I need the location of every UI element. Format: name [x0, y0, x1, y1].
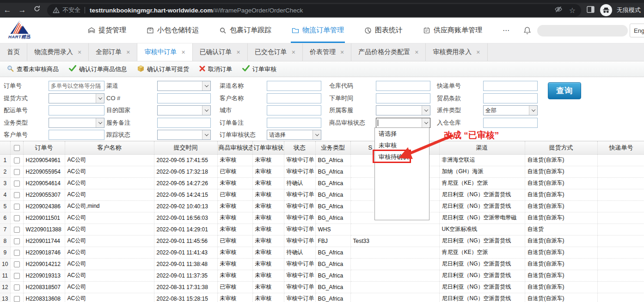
back-button[interactable]: ← — [0, 3, 15, 17]
col-header-5: 商品审核状态 — [217, 141, 252, 154]
cell-order-no: H2209054614 — [23, 177, 65, 189]
row-checkbox[interactable] — [14, 157, 20, 163]
close-icon[interactable]: × — [340, 48, 344, 56]
table-row[interactable]: 1H2209054961AC公司2022-09-05 17:41:55未审核未审… — [0, 154, 644, 166]
tab-8[interactable]: 审核费用录入× — [426, 43, 487, 61]
form-field-0-2[interactable] — [49, 105, 104, 115]
address-bar[interactable]: 不安全 testtrunkbookingmgr.hart-worldwide.c… — [47, 4, 581, 17]
table-row[interactable]: 7W2209011388AC公司2022-09-01 14:29:01未审核未审… — [0, 223, 644, 235]
close-icon[interactable]: × — [237, 48, 240, 56]
row-checkbox[interactable] — [14, 227, 20, 233]
row-checkbox[interactable] — [14, 192, 20, 198]
close-icon[interactable]: × — [476, 48, 480, 56]
col-header-3: 客户名称 — [65, 141, 154, 154]
form-select-3-3[interactable] — [376, 118, 430, 128]
form-field-0-4[interactable] — [49, 130, 104, 140]
close-icon[interactable]: × — [126, 48, 130, 56]
hart-logo[interactable]: HART精迅 — [6, 20, 33, 40]
form-field-4-0[interactable] — [483, 81, 538, 91]
row-checkbox[interactable] — [14, 273, 20, 279]
form-field-2-1[interactable] — [267, 93, 321, 103]
row-checkbox[interactable] — [14, 204, 20, 210]
tab-7[interactable]: 产品价格分类配置× — [351, 43, 426, 61]
row-checkbox[interactable] — [14, 238, 20, 244]
menu-item-bill[interactable]: 供应商账单管理 — [423, 18, 482, 43]
form-field-3-1[interactable] — [376, 93, 430, 103]
table-row[interactable]: 12H2208318507AC公司2022-08-31 17:31:38已审核未… — [0, 281, 644, 293]
form-field-4-1[interactable] — [483, 93, 538, 103]
table-row[interactable]: 6H2209011501AC公司2022-09-01 16:56:03未审核未审… — [0, 212, 644, 223]
close-icon[interactable]: × — [292, 48, 295, 56]
form-select-2-4[interactable]: 请选择 — [267, 130, 321, 140]
table-row[interactable]: 8H2209011744AC公司2022-09-01 11:45:56已审核未审… — [0, 235, 644, 247]
side-panel-icon[interactable] — [587, 6, 595, 15]
toolbar-button-2[interactable]: 确认订单可提货 — [132, 65, 194, 73]
row-checkbox[interactable] — [14, 261, 20, 267]
toolbar-button-1[interactable]: 确认订单商品信息 — [64, 65, 132, 73]
table-row[interactable]: 10H2209014212AC公司2022-09-01 11:38:48未审核未… — [0, 258, 644, 270]
form-select-0-3[interactable] — [49, 118, 104, 128]
menu-overflow[interactable]: ⋯ — [503, 18, 509, 43]
close-icon[interactable]: × — [415, 48, 418, 56]
form-field-2-2[interactable] — [267, 105, 321, 115]
reload-button[interactable] — [30, 3, 44, 17]
action-toolbar: 查看未审核商品确认订单商品信息确认订单可提货取消订单订单审核 — [0, 61, 644, 77]
close-icon[interactable]: × — [181, 48, 185, 56]
toolbar-button-3[interactable]: 取消订单 — [194, 65, 237, 73]
tab-5[interactable]: 已交仓订单× — [248, 43, 303, 61]
tab-3[interactable]: 审核中订单× — [137, 43, 192, 61]
row-checkbox[interactable] — [14, 181, 20, 187]
tab-0[interactable]: 首页 — [0, 43, 27, 61]
row-checkbox[interactable] — [14, 284, 20, 290]
table-row[interactable]: 2H2209055954AC公司2022-09-05 17:32:18已审核未审… — [0, 166, 644, 177]
cell-status: 审核中订单 — [284, 281, 315, 293]
bookmark-star-icon[interactable]: ☆ — [569, 6, 576, 15]
eye-off-icon[interactable] — [554, 5, 563, 15]
table-row[interactable]: 3H2209054614AC公司2022-09-05 14:27:26未审核未审… — [0, 177, 644, 189]
form-field-2-3[interactable] — [267, 118, 321, 128]
form-field-4-3[interactable] — [483, 118, 538, 128]
forward-button[interactable]: → — [15, 3, 30, 17]
tab-4[interactable]: 已确认订单× — [193, 43, 248, 61]
form-select-1-4[interactable] — [157, 130, 211, 140]
table-row[interactable]: 5H2209024386AC公司,mind2022-09-02 10:40:13… — [0, 200, 644, 212]
form-field-3-0[interactable] — [376, 81, 430, 91]
toolbar-button-4[interactable]: 订单审核 — [237, 65, 282, 73]
tab-2[interactable]: 全部订单× — [89, 43, 137, 61]
table-row[interactable]: 9H2209018746AC公司2022-09-01 11:41:43未审核未审… — [0, 247, 644, 258]
row-checkbox[interactable] — [14, 169, 20, 175]
form-select-3-2[interactable] — [376, 105, 430, 115]
language-toggle-button[interactable]: English — [630, 24, 644, 37]
notification-bell-icon[interactable] — [523, 26, 531, 36]
chevron-down-icon — [422, 118, 430, 127]
row-checkbox[interactable] — [14, 250, 20, 256]
form-select-4-2[interactable]: 全部 — [483, 105, 538, 115]
form-field-2-0[interactable] — [267, 81, 321, 91]
menu-item-search[interactable]: 包裹订单跟踪 — [219, 18, 271, 43]
form-select-1-2[interactable] — [157, 105, 211, 115]
tab-6[interactable]: 价表管理× — [303, 43, 351, 61]
menu-item-folder[interactable]: 物流订单管理 — [292, 18, 344, 43]
header-checkbox[interactable] — [14, 145, 20, 151]
table-row[interactable]: 13H2208313608AC公司2022-08-31 15:28:15未审核未… — [0, 293, 644, 302]
bill-icon — [423, 27, 430, 34]
cell-goods-audit-status: 未审核 — [217, 223, 252, 235]
row-checkbox[interactable] — [14, 215, 20, 221]
form-field-1-1[interactable] — [157, 93, 211, 103]
menu-item-box[interactable]: 小包仓储转运 — [147, 18, 199, 43]
field-label: 跟踪状态 — [106, 130, 130, 140]
menu-item-pie-chart[interactable]: 图表统计 — [364, 18, 403, 43]
table-row[interactable]: 11H2209019313AC公司2022-09-01 11:37:35未审核未… — [0, 270, 644, 281]
row-checkbox[interactable] — [14, 296, 20, 302]
toolbar-button-0[interactable]: 查看未审核商品 — [2, 65, 64, 73]
form-select-1-0[interactable] — [157, 81, 211, 91]
dropdown-option-0[interactable]: 请选择 — [375, 128, 429, 139]
tab-1[interactable]: 物流费用录入× — [27, 43, 89, 61]
search-button[interactable]: 查询 — [548, 82, 581, 99]
table-row[interactable]: 4H2209055307AC公司2022-09-05 14:24:15已审核未审… — [0, 189, 644, 200]
form-select-0-1[interactable] — [49, 93, 104, 103]
close-icon[interactable]: × — [78, 48, 81, 56]
menu-item-garage[interactable]: 提货管理 — [88, 18, 126, 43]
form-field-0-0[interactable] — [49, 81, 104, 91]
form-field-1-3[interactable] — [157, 118, 211, 128]
